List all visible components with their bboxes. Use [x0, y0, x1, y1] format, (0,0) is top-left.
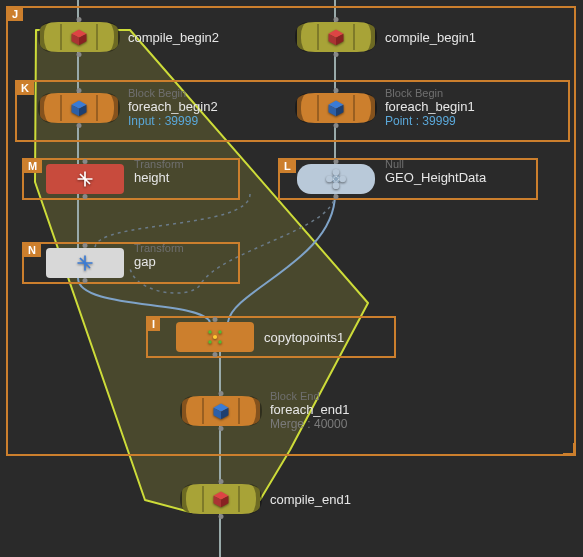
svg-point-23 — [218, 340, 221, 343]
svg-point-20 — [218, 330, 221, 333]
svg-point-21 — [213, 335, 217, 339]
group-n-label: N — [23, 243, 41, 257]
group-k-label: K — [16, 81, 34, 95]
node-label: gap — [134, 254, 184, 269]
wires-layer — [0, 0, 583, 557]
compile-block-region — [0, 0, 583, 557]
cube-red-icon — [324, 27, 348, 47]
node-label: GEO_HeightData — [385, 170, 486, 185]
node-label: foreach_end1 — [270, 402, 350, 417]
node-label: copytopoints1 — [264, 330, 344, 345]
node-label: height — [134, 170, 184, 185]
node-compile-begin2[interactable]: compile_begin2 — [40, 22, 219, 52]
compile-end-icon — [182, 484, 260, 514]
node-label: compile_end1 — [270, 492, 351, 507]
svg-point-14 — [333, 169, 340, 176]
node-type: Transform — [134, 158, 184, 170]
node-type: Block Begin — [128, 87, 218, 99]
transform-icon — [46, 248, 124, 278]
node-copytopoints1[interactable]: copytopoints1 — [176, 322, 344, 352]
svg-point-22 — [208, 340, 211, 343]
axis-icon — [73, 253, 97, 273]
node-gap[interactable]: Transform gap — [46, 242, 184, 278]
svg-point-19 — [208, 330, 211, 333]
node-type: Block Begin — [385, 87, 475, 99]
block-end-icon — [182, 396, 260, 426]
scatter-icon — [203, 327, 227, 347]
axis-icon — [73, 169, 97, 189]
compile-begin-icon — [40, 22, 118, 52]
cube-red-icon — [67, 27, 91, 47]
node-canvas[interactable]: J K M L N I compile_begin2 compile_begin… — [0, 0, 583, 557]
cube-blue-icon — [67, 98, 91, 118]
node-foreach-end1[interactable]: Block End foreach_end1 Merge : 40000 — [182, 390, 350, 431]
node-compile-begin1[interactable]: compile_begin1 — [297, 22, 476, 52]
svg-point-15 — [333, 182, 340, 189]
cube-blue-icon — [324, 98, 348, 118]
svg-point-16 — [326, 176, 333, 183]
group-l-label: L — [279, 159, 296, 173]
cube-blue-icon — [209, 401, 233, 421]
node-type: Block End — [270, 390, 350, 402]
node-info: Merge : 40000 — [270, 417, 350, 431]
group-i-label: I — [147, 317, 160, 331]
block-begin-icon — [40, 93, 118, 123]
node-height[interactable]: Transform height — [46, 158, 184, 194]
group-m-label: M — [23, 159, 42, 173]
copytopoints-icon — [176, 322, 254, 352]
group-j-label: J — [7, 7, 23, 21]
node-compile-end1[interactable]: compile_end1 — [182, 484, 351, 514]
node-foreach-begin2[interactable]: Block Begin foreach_begin2 Input : 39999 — [40, 87, 218, 128]
node-label: compile_begin1 — [385, 30, 476, 45]
transform-icon — [46, 164, 124, 194]
null-icon — [297, 164, 375, 194]
compile-begin-icon — [297, 22, 375, 52]
node-label: foreach_begin1 — [385, 99, 475, 114]
group-j-corner — [563, 443, 575, 455]
node-label: compile_begin2 — [128, 30, 219, 45]
block-begin-icon — [297, 93, 375, 123]
flower-gear-icon — [324, 169, 348, 189]
node-info: Input : 39999 — [128, 114, 218, 128]
group-j: J — [6, 6, 576, 456]
node-label: foreach_begin2 — [128, 99, 218, 114]
node-info: Point : 39999 — [385, 114, 475, 128]
node-type: Null — [385, 158, 486, 170]
cube-red-icon — [209, 489, 233, 509]
node-type: Transform — [134, 242, 184, 254]
node-geo-heightdata[interactable]: Null GEO_HeightData — [297, 158, 486, 194]
svg-point-17 — [339, 176, 346, 183]
node-foreach-begin1[interactable]: Block Begin foreach_begin1 Point : 39999 — [297, 87, 475, 128]
